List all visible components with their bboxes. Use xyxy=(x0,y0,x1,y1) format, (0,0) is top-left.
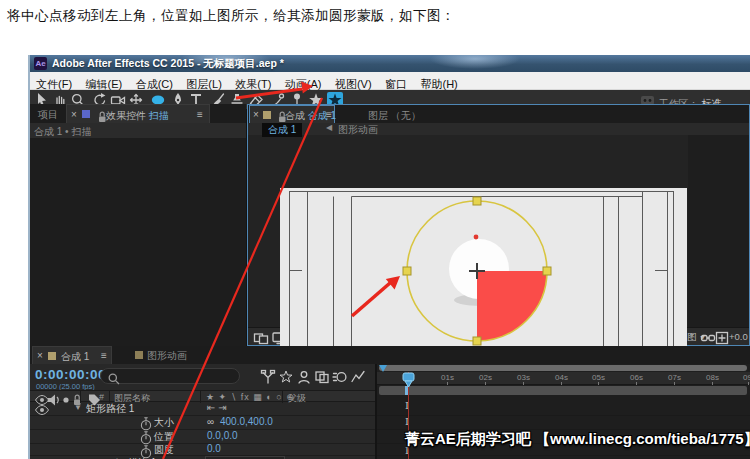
tab-layer[interactable]: 图层 （无） xyxy=(368,109,421,123)
viewer-dark-margin xyxy=(688,135,749,327)
frame-blending-icon[interactable] xyxy=(314,369,330,385)
left-panel-tabbar: 项目 × 效果控件 扫描 ≡ xyxy=(30,104,246,123)
row-label: 位置 xyxy=(154,430,174,444)
panel-color-chip xyxy=(48,352,56,360)
hide-shy-layers-icon[interactable] xyxy=(296,369,312,385)
menu-view[interactable]: 视图(V) xyxy=(335,78,372,90)
window-title: Adobe After Effects CC 2015 - 无标题项目.aep … xyxy=(52,57,284,71)
panel-menu-icon[interactable]: ≡ xyxy=(101,350,107,361)
time-ruler[interactable]: 01s 02s 03s 04s 05s 06s 07s 08s 09s xyxy=(377,372,750,385)
menu-animation[interactable]: 动画(A) xyxy=(285,78,322,90)
menu-bar: 文件(F) 编辑(E) 合成(C) 图层(L) 效果(T) 动画(A) 视图(V… xyxy=(30,72,750,90)
tab-comp-label: 合成 xyxy=(285,110,305,121)
timeline-rows: ▼ 矩形路径 1 ⇤ ⇥ 大小 ∞ 400.0,400.0 位置 xyxy=(30,402,375,459)
row-rect-path[interactable]: ▼ 矩形路径 1 ⇤ ⇥ xyxy=(30,402,375,416)
breadcrumb-other-comp[interactable]: 图形动画 xyxy=(338,123,378,137)
panel-color-chip xyxy=(135,351,143,359)
search-icon xyxy=(106,371,122,387)
row-roundness[interactable]: 圆度 0.0 xyxy=(30,444,375,456)
row-label: 圆度 xyxy=(154,443,174,457)
panel-color-chip xyxy=(82,110,90,118)
timeline-search-input[interactable] xyxy=(100,368,240,384)
crumb-arrow-icon: ◀ xyxy=(326,123,332,132)
tab-timeline-comp1-label: 合成 1 xyxy=(61,350,89,364)
close-icon[interactable]: × xyxy=(253,109,259,120)
ae-window: Ae Adobe After Effects CC 2015 - 无标题项目.a… xyxy=(28,55,750,459)
effect-controls-info: 合成 1 • 扫描 xyxy=(34,125,91,139)
menu-effect[interactable]: 效果(T) xyxy=(235,78,271,90)
expand-icon[interactable]: ▼ xyxy=(74,403,82,412)
timeline-column-header: # 图层名称 ★ ✦ ∖ fx ▦ ◐ ○ ⊕ 父级 xyxy=(30,390,375,402)
timeline-track-area[interactable]: I I I I xyxy=(377,395,750,459)
hash-column: # xyxy=(99,392,104,402)
effect-controls-content[interactable] xyxy=(30,138,246,346)
timeline-current-time[interactable]: 0:00:00:00 xyxy=(35,367,106,382)
graph-editor-icon[interactable] xyxy=(350,369,366,385)
ae-logo-icon: Ae xyxy=(34,57,47,70)
menu-window[interactable]: 窗口 xyxy=(385,78,407,90)
motion-blur-icon[interactable] xyxy=(332,369,348,385)
panel-menu-icon[interactable]: ≡ xyxy=(197,109,203,120)
watermark-text: 菁云AE后期学习吧 【www.linecg.com/tieba/1775】 xyxy=(405,430,750,449)
exposure-value[interactable]: +0.0 xyxy=(729,331,748,342)
timeline-right: 01s 02s 03s 04s 05s 06s 07s 08s 09s xyxy=(377,364,750,459)
timeline-navigator[interactable] xyxy=(379,365,747,371)
row-size[interactable]: 大小 ∞ 400.0,400.0 xyxy=(30,416,375,430)
row-label: 大小 xyxy=(154,416,174,430)
breadcrumb-current-comp[interactable]: 合成 1 xyxy=(262,123,302,137)
always-preview-icon[interactable] xyxy=(253,330,269,346)
menu-edit[interactable]: 编辑(E) xyxy=(86,78,123,90)
window-titlebar[interactable]: Ae Adobe After Effects CC 2015 - 无标题项目.a… xyxy=(30,55,750,72)
panel-color-chip xyxy=(263,111,271,119)
effect-controls-infobar: 合成 1 • 扫描 xyxy=(30,123,246,138)
choose-grid-icon[interactable] xyxy=(714,330,730,346)
close-icon[interactable]: × xyxy=(37,350,43,361)
timeline-left: 0:00:00:00 00000 (25.00 fps) xyxy=(30,364,375,459)
comp-panel-tabbar: × 合成 合成 1 ≡ 图层 （无） xyxy=(248,105,749,123)
tab-timeline-comp1[interactable]: × 合成 1 ≡ xyxy=(32,346,112,364)
row-position[interactable]: 位置 0.0,0.0 xyxy=(30,430,375,444)
link-dimensions-icon[interactable]: ∞ xyxy=(207,416,214,427)
red-anchor-dot xyxy=(474,235,479,240)
tab-effect-controls-target: 扫描 xyxy=(149,110,169,121)
tab-timeline-graphics[interactable]: 图形动画 xyxy=(147,349,187,363)
draft-3d-icon[interactable] xyxy=(278,369,294,385)
instruction-text: 将中心点移动到左上角，位置如上图所示，给其添加圆形蒙版，如下图： xyxy=(7,7,455,25)
work-area-bar[interactable] xyxy=(379,386,747,395)
menu-layer[interactable]: 图层(L) xyxy=(186,78,221,90)
row-value[interactable]: 0.0,0.0 xyxy=(207,430,238,441)
menu-file[interactable]: 文件(F) xyxy=(36,78,72,90)
tab-effect-controls[interactable]: × 效果控件 扫描 ≡ xyxy=(66,104,210,123)
row-value[interactable]: 400.0,400.0 xyxy=(220,416,273,427)
menu-composition[interactable]: 合成(C) xyxy=(136,78,173,90)
playhead[interactable] xyxy=(401,372,416,388)
close-icon[interactable]: × xyxy=(71,109,77,120)
panel-menu-icon[interactable]: ≡ xyxy=(326,109,332,120)
tab-composition[interactable]: × 合成 合成 1 ≡ xyxy=(249,105,335,123)
tab-effect-controls-label: 效果控件 xyxy=(106,110,146,121)
tab-project[interactable]: 项目 xyxy=(38,108,58,122)
menu-help[interactable]: 帮助(H) xyxy=(420,78,457,90)
timeline-panel: × 合成 1 ≡ 图形动画 0:00:00:00 00000 (25.00 fp… xyxy=(30,346,750,459)
tutorial-page: 将中心点移动到左上角，位置如上图所示，给其添加圆形蒙版，如下图： Ae Adob… xyxy=(0,0,750,459)
titlebar-glow xyxy=(430,55,520,69)
in-out-icons[interactable]: ⇤ ⇥ xyxy=(207,402,227,413)
row-label: 矩形路径 1 xyxy=(86,402,134,416)
timeline-tabbar: × 合成 1 ≡ 图形动画 xyxy=(30,346,750,364)
row-value[interactable]: 0.0 xyxy=(207,443,221,454)
comp-flowchart-icon[interactable] xyxy=(260,369,276,385)
comp-breadcrumb: 合成 1 ◀ 图形动画 xyxy=(248,123,749,135)
